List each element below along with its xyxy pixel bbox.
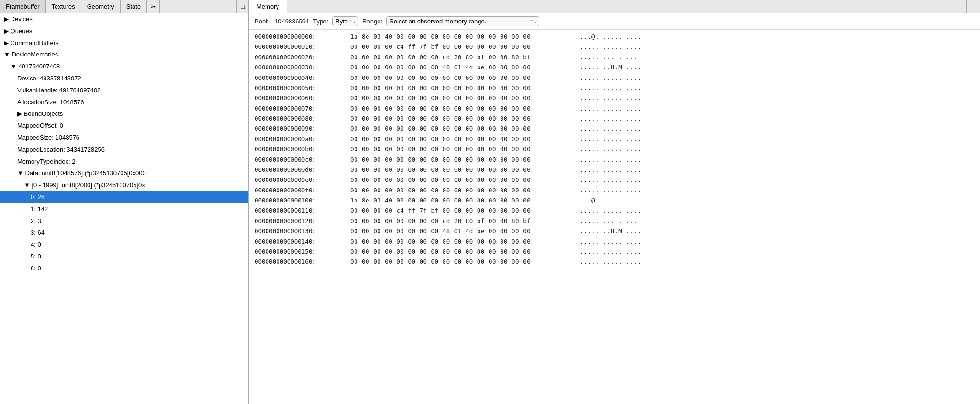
type-label: Type: xyxy=(313,18,328,25)
pool-value: -1049836591 xyxy=(273,18,310,25)
range-select[interactable]: Select an observed memory range. xyxy=(386,16,539,26)
mem-row: 00000000000000e0: 00 00 00 00 00 00 00 0… xyxy=(249,175,980,185)
tree-item-item1[interactable]: 1: 142 xyxy=(0,203,248,215)
pool-label: Pool: xyxy=(255,18,269,25)
type-select[interactable]: Byte xyxy=(332,16,358,26)
mem-row: 0000000000000020: 00 00 00 00 00 00 00 0… xyxy=(249,52,980,62)
mem-row: 0000000000000130: 00 00 00 00 00 00 00 0… xyxy=(249,226,980,236)
tree-item-vulkanhandle[interactable]: VulkanHandle: 491764097408 xyxy=(0,85,248,97)
tab-textures[interactable]: Textures xyxy=(46,0,81,13)
mem-row: 0000000000000160: 00 00 00 00 00 00 00 0… xyxy=(249,257,980,267)
range-select-wrapper[interactable]: Select an observed memory range. xyxy=(386,16,539,26)
memory-content[interactable]: 0000000000000000: 1a 8e 03 40 00 00 00 0… xyxy=(249,30,980,404)
mem-row: 0000000000000030: 00 00 00 00 00 00 00 0… xyxy=(249,62,980,72)
mem-row: 0000000000000150: 00 00 00 00 00 00 00 0… xyxy=(249,247,980,257)
tree-item-devices[interactable]: ▶ Devices xyxy=(0,13,248,25)
tab-memory[interactable]: Memory xyxy=(249,0,287,13)
mem-row: 0000000000000000: 1a 8e 03 40 00 00 00 0… xyxy=(249,32,980,42)
mem-row: 0000000000000140: 00 00 00 00 00 00 00 0… xyxy=(249,236,980,247)
mem-row: 0000000000000010: 00 00 00 00 c4 ff 7f b… xyxy=(249,42,980,52)
tree-item-queues[interactable]: ▶ Queues xyxy=(0,25,248,37)
mem-row: 00000000000000a0: 00 00 00 00 00 00 00 0… xyxy=(249,134,980,144)
mem-row: 00000000000000b0: 00 00 00 00 00 00 00 0… xyxy=(249,144,980,154)
tree-item-mappedlocation[interactable]: MappedLocation: 34341728256 xyxy=(0,144,248,156)
mem-row: 0000000000000080: 00 00 00 00 00 00 00 0… xyxy=(249,113,980,123)
tree-item-memorytypeindex[interactable]: MemoryTypeIndex: 2 xyxy=(0,156,248,168)
mem-row: 00000000000000f0: 00 00 00 00 00 00 00 0… xyxy=(249,185,980,195)
window-button[interactable]: □ xyxy=(236,0,248,13)
tree-item-item4[interactable]: 4: 0 xyxy=(0,239,248,251)
right-panel: Memory − Pool: -1049836591 Type: Byte Ra… xyxy=(249,0,980,404)
mem-row: 00000000000000c0: 00 00 00 00 00 00 00 0… xyxy=(249,155,980,165)
mem-row: 0000000000000070: 00 00 00 00 00 00 00 0… xyxy=(249,103,980,113)
left-panel: Framebuffer Textures Geometry State »₂ □… xyxy=(0,0,249,404)
mem-row: 0000000000000060: 00 00 00 00 00 00 00 0… xyxy=(249,93,980,103)
mem-row: 0000000000000050: 00 00 00 00 00 00 00 0… xyxy=(249,83,980,93)
mem-row: 00000000000000d0: 00 00 00 00 00 00 00 0… xyxy=(249,165,980,175)
tree-item-commandbuffers[interactable]: ▶ CommandBuffers xyxy=(0,37,248,49)
mem-row: 0000000000000110: 00 00 00 00 c4 ff 7f b… xyxy=(249,205,980,215)
tree-item-mappedsize[interactable]: MappedSize: 1048576 xyxy=(0,132,248,144)
tree-item-mem491764097408[interactable]: ▼ 491764097408 xyxy=(0,61,248,73)
tab-geometry[interactable]: Geometry xyxy=(81,0,121,13)
tree-item-devicememories[interactable]: ▼ DeviceMemories xyxy=(0,49,248,61)
mem-row: 0000000000000120: 00 00 00 00 00 00 00 0… xyxy=(249,216,980,226)
memory-toolbar: Pool: -1049836591 Type: Byte Range: Sele… xyxy=(249,13,980,30)
tree-item-item5[interactable]: 5: 0 xyxy=(0,251,248,263)
tree-item-item0[interactable]: 0: 26 xyxy=(0,191,248,203)
tree-item-allocationsize[interactable]: AllocationSize: 1048576 xyxy=(0,97,248,109)
type-select-wrapper[interactable]: Byte xyxy=(332,16,358,26)
tree-item-device[interactable]: Device: 493378143072 xyxy=(0,73,248,85)
tab-spacer xyxy=(160,0,236,13)
tree-item-range0[interactable]: ▼ [0 - 1999]: uint8[2000] (*p3245130705[… xyxy=(0,180,248,191)
tree-item-data[interactable]: ▼ Data: uint8[1048576] (*p3245130705[0x0… xyxy=(0,168,248,180)
range-label: Range: xyxy=(362,18,382,25)
mem-row: 0000000000000100: 1a 8e 03 40 00 00 00 0… xyxy=(249,195,980,205)
right-window-button[interactable]: − xyxy=(966,0,980,13)
tree-item-mappedoffset[interactable]: MappedOffset: 0 xyxy=(0,120,248,132)
left-tab-bar: Framebuffer Textures Geometry State »₂ □ xyxy=(0,0,248,13)
tree-item-item2[interactable]: 2: 3 xyxy=(0,215,248,227)
tab-state[interactable]: State xyxy=(121,0,147,13)
mem-row: 0000000000000090: 00 00 00 00 00 00 00 0… xyxy=(249,123,980,134)
right-tab-bar: Memory − xyxy=(249,0,980,13)
tree-container[interactable]: ▶ Devices▶ Queues▶ CommandBuffers▼ Devic… xyxy=(0,13,248,404)
tree-item-item6[interactable]: 6: 0 xyxy=(0,263,248,275)
mem-row: 0000000000000040: 00 00 00 00 00 00 00 0… xyxy=(249,73,980,83)
tree-item-boundobjects[interactable]: ▶ BoundObjects xyxy=(0,108,248,120)
tab-framebuffer[interactable]: Framebuffer xyxy=(0,0,46,13)
tab-overflow[interactable]: »₂ xyxy=(147,0,160,13)
right-spacer xyxy=(287,0,966,13)
tree-item-item3[interactable]: 3: 64 xyxy=(0,227,248,239)
